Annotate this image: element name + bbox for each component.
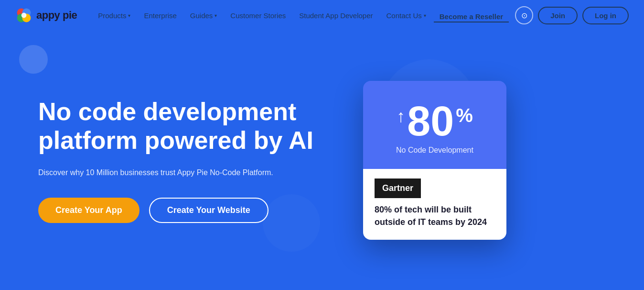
bg-decoration-1 (19, 45, 48, 74)
chevron-down-icon: ▾ (128, 13, 130, 18)
card-stat: ↑ 80 % (377, 100, 492, 142)
nav-item-student-app[interactable]: Student App Developer (293, 8, 378, 23)
svg-point-4 (21, 13, 27, 18)
login-button[interactable]: Log in (582, 7, 629, 24)
stats-card: ↑ 80 % No Code Development Gartner 80% o… (363, 81, 506, 239)
logo[interactable]: appy pie (15, 7, 77, 24)
stat-number: 80 (407, 100, 454, 142)
create-website-button[interactable]: Create Your Website (149, 198, 268, 223)
navbar: appy pie Products ▾ Enterprise Guides ▾ … (0, 0, 644, 31)
join-button[interactable]: Join (538, 7, 578, 24)
nav-item-customer-stories[interactable]: Customer Stories (225, 8, 291, 23)
stat-percent: % (456, 106, 473, 125)
nav-item-contact-us[interactable]: Contact Us ▾ (381, 8, 432, 23)
chevron-down-icon: ▾ (215, 13, 217, 18)
chevron-down-icon: ▾ (424, 13, 426, 18)
card-bottom: Gartner 80% of tech will be built outsid… (363, 169, 506, 239)
search-button[interactable]: ⊙ (515, 6, 533, 24)
card-quote: 80% of tech will be built outside of IT … (375, 204, 495, 228)
card-top: ↑ 80 % No Code Development (363, 81, 506, 169)
nav-links: Products ▾ Enterprise Guides ▾ Customer … (92, 8, 515, 23)
hero-content: No code development platform powered by … (38, 98, 334, 223)
arrow-icon: ↑ (397, 108, 405, 125)
create-app-button[interactable]: Create Your App (38, 198, 140, 223)
nav-item-guides[interactable]: Guides ▾ (184, 8, 223, 23)
stat-label: No Code Development (377, 146, 492, 155)
logo-text: appy pie (36, 9, 77, 22)
hero-buttons: Create Your App Create Your Website (38, 198, 334, 223)
nav-item-become-reseller[interactable]: Become a Reseller (434, 9, 509, 22)
nav-item-enterprise[interactable]: Enterprise (138, 8, 182, 23)
hero-title: No code development platform powered by … (38, 98, 334, 155)
gartner-badge: Gartner (375, 178, 421, 198)
hero-subtitle: Discover why 10 Million businesses trust… (38, 167, 277, 179)
nav-right: ⊙ Join Log in (515, 6, 629, 24)
nav-item-products[interactable]: Products ▾ (92, 8, 136, 23)
hero-section: No code development platform powered by … (0, 31, 644, 290)
search-icon: ⊙ (521, 11, 527, 20)
logo-icon (15, 7, 32, 24)
